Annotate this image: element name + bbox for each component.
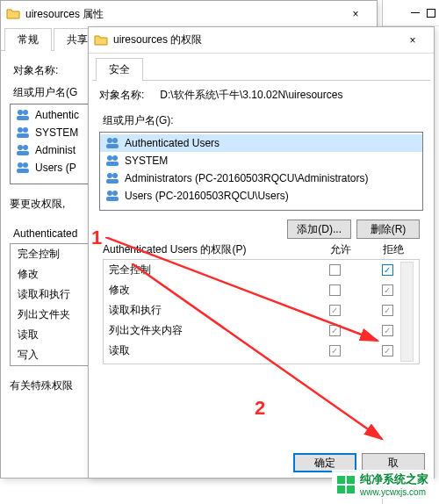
- svg-rect-14: [106, 144, 119, 148]
- scrollbar[interactable]: [400, 262, 414, 362]
- svg-rect-11: [17, 169, 29, 173]
- svg-rect-20: [106, 179, 119, 184]
- users-icon: [16, 161, 30, 175]
- list-item[interactable]: Authenticated Users: [100, 134, 422, 152]
- svg-point-19: [112, 173, 118, 178]
- arrow-2: [132, 263, 395, 448]
- annotation-2: 2: [255, 397, 265, 420]
- list-item: Authentic: [35, 109, 79, 121]
- svg-rect-23: [106, 197, 119, 201]
- svg-point-10: [23, 162, 28, 168]
- list-item[interactable]: Users (PC-20160503RQCU\Users): [100, 187, 422, 205]
- watermark-line2: www.ycwxjs.com: [360, 487, 428, 497]
- permissions-titlebar[interactable]: uiresources 的权限 ×: [89, 27, 434, 54]
- users-icon: [105, 154, 119, 168]
- svg-point-15: [107, 155, 112, 161]
- svg-point-4: [23, 127, 28, 133]
- users-list[interactable]: Authenticated Users SYSTEM Administrator…: [99, 132, 423, 211]
- folder-icon: [6, 7, 20, 21]
- list-item[interactable]: Administrators (PC-20160503RQCU\Administ…: [100, 169, 422, 187]
- list-item: SYSTEM: [35, 126, 78, 139]
- close-icon[interactable]: ×: [397, 27, 428, 54]
- object-name-label: 对象名称:: [99, 88, 144, 103]
- svg-rect-17: [106, 162, 119, 166]
- permissions-title: uiresources 的权限: [113, 32, 397, 47]
- users-icon: [105, 136, 119, 150]
- users-icon: [16, 126, 30, 140]
- tab-security[interactable]: 安全: [96, 58, 143, 81]
- maximize-icon[interactable]: [427, 9, 435, 18]
- list-item: Administ: [35, 144, 76, 156]
- svg-point-9: [18, 162, 23, 168]
- svg-point-6: [18, 145, 23, 150]
- list-item: Users (P: [35, 162, 76, 174]
- users-icon: [105, 189, 119, 203]
- svg-point-1: [23, 110, 28, 115]
- svg-point-21: [107, 191, 112, 196]
- close-icon[interactable]: ×: [340, 1, 371, 27]
- svg-point-13: [112, 138, 118, 143]
- users-icon: [16, 108, 30, 122]
- annotation-1: 1: [91, 227, 102, 249]
- tab-general[interactable]: 常规: [4, 28, 52, 51]
- minimize-icon[interactable]: [411, 12, 420, 13]
- properties-title: uiresources 属性: [25, 7, 340, 22]
- list-item[interactable]: SYSTEM: [100, 152, 422, 169]
- svg-point-0: [18, 110, 23, 115]
- svg-rect-5: [17, 133, 29, 138]
- watermark-logo-icon: [337, 476, 355, 493]
- watermark-line1: 纯净系统之家: [360, 472, 428, 487]
- users-icon: [16, 143, 30, 157]
- group-users-label: 组或用户名(G):: [103, 113, 420, 128]
- svg-rect-2: [17, 116, 29, 120]
- svg-point-12: [107, 138, 112, 143]
- add-button[interactable]: 添加(D)...: [287, 220, 351, 239]
- svg-point-3: [18, 127, 23, 133]
- svg-point-18: [107, 173, 112, 178]
- svg-point-16: [112, 155, 118, 161]
- remove-button[interactable]: 删除(R): [356, 220, 420, 239]
- users-icon: [105, 171, 119, 185]
- svg-point-22: [112, 191, 118, 196]
- object-name-value: D:\软件系统\千牛\3.10.02N\uiresources: [160, 88, 342, 103]
- svg-point-7: [23, 145, 28, 150]
- folder-icon: [94, 33, 108, 47]
- properties-titlebar[interactable]: uiresources 属性 ×: [1, 1, 377, 27]
- svg-rect-8: [17, 151, 29, 155]
- watermark: 纯净系统之家 www.ycwxjs.com: [332, 470, 434, 499]
